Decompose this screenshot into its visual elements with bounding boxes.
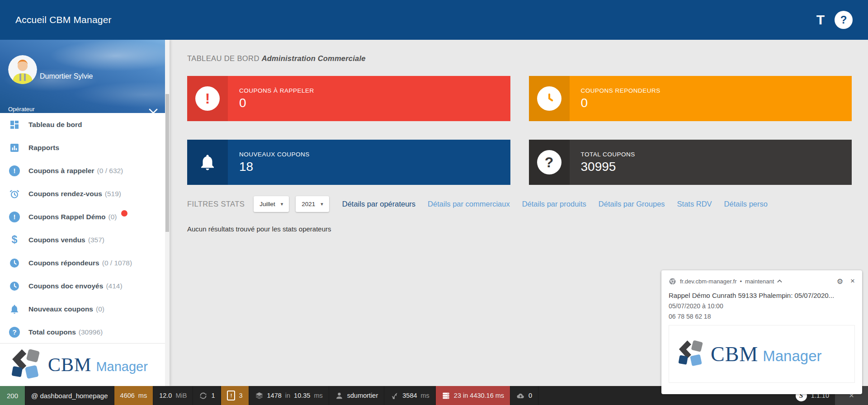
card-nouveaux-coupons[interactable]: NOUVEAUX COUPONS 18 bbox=[187, 140, 510, 185]
card-accent bbox=[529, 140, 570, 185]
sidebar-item-coupons-a-rappeler[interactable]: Coupons à rappeler (0 / 632) bbox=[0, 159, 170, 182]
logo-cbm-text: CBM bbox=[48, 354, 91, 376]
app-screen: Accueil CBM Manager T ? Dumortier Sylvie… bbox=[0, 0, 868, 405]
page-title-prefix: TABLEAU DE BORD bbox=[187, 54, 262, 62]
twig-time: 3584 bbox=[402, 392, 417, 399]
tab-details-produits[interactable]: Détails par produits bbox=[522, 200, 586, 208]
text-tool-icon[interactable]: T bbox=[816, 12, 825, 28]
sidebar-item-rapports[interactable]: Rapports bbox=[0, 136, 170, 159]
card-total-coupons[interactable]: TOTAL COUPONS 30995 bbox=[529, 140, 852, 185]
user-role: Opérateur bbox=[8, 106, 35, 113]
memory-unit: MiB bbox=[175, 392, 187, 399]
memory-segment[interactable]: 12.0 MiB bbox=[153, 386, 193, 405]
twig-segment[interactable]: 3584 ms bbox=[384, 386, 436, 405]
notification-header: fr.dev.cbm-manager.fr • maintenant ⚙ × bbox=[669, 277, 855, 286]
question-icon bbox=[537, 150, 561, 174]
sidebar-item-coupons-repondeurs[interactable]: Coupons répondeurs (0 / 1078) bbox=[0, 251, 170, 274]
sidebar-item-nouveaux-coupons[interactable]: Nouveaux coupons (0) bbox=[0, 297, 170, 320]
http-status-segment[interactable]: 200 bbox=[0, 386, 25, 405]
calls-time: 10.35 bbox=[294, 392, 310, 399]
refresh-icon bbox=[199, 391, 208, 400]
route-segment[interactable]: @ dashboard_homepage bbox=[25, 386, 114, 405]
calls-time-unit: ms bbox=[314, 392, 322, 399]
browser-notification[interactable]: fr.dev.cbm-manager.fr • maintenant ⚙ × R… bbox=[661, 270, 862, 394]
chevron-up-icon[interactable] bbox=[777, 279, 782, 283]
twig-time-unit: ms bbox=[421, 392, 429, 399]
cbm-pinwheel-icon bbox=[8, 348, 42, 382]
card-accent bbox=[529, 76, 570, 121]
sidebar-item-label: Tableau de bord bbox=[28, 121, 82, 129]
logo-manager-text: Manager bbox=[96, 359, 147, 374]
topbar-actions: T ? bbox=[816, 11, 853, 29]
cbm-pinwheel-icon bbox=[675, 339, 705, 369]
gear-icon[interactable]: ⚙ bbox=[837, 277, 843, 286]
card-coupons-repondeurs[interactable]: COUPONS REPONDEURS 0 bbox=[529, 76, 852, 121]
filters-label: FILTRES STATS bbox=[187, 200, 245, 208]
errors-segment[interactable]: 3 bbox=[221, 386, 249, 405]
tab-details-operateurs[interactable]: Détails par opérateurs bbox=[342, 200, 415, 208]
request-time: 4606 bbox=[120, 392, 135, 399]
sidebar-item-coupons-rendez-vous[interactable]: Coupons rendez-vous (519) bbox=[0, 182, 170, 205]
card-value: 0 bbox=[239, 96, 314, 110]
cbm-logo-text: CBM Manager bbox=[48, 354, 148, 376]
sidebar-item-label: Coupons vendus bbox=[28, 236, 85, 244]
tab-stats-rdv[interactable]: Stats RDV bbox=[677, 200, 712, 208]
query-summary: 23 in 4430.16 ms bbox=[454, 392, 504, 399]
sidebar-item-tableau-de-bord[interactable]: Tableau de bord bbox=[0, 113, 170, 136]
cbm-logo-text: CBM Manager bbox=[711, 342, 822, 366]
caret-down-icon: ▾ bbox=[321, 201, 323, 207]
sidebar-item-coupons-vendus[interactable]: Coupons vendus (357) bbox=[0, 228, 170, 251]
sidebar-item-count: (0) bbox=[108, 213, 117, 221]
year-select[interactable]: 2021 ▾ bbox=[296, 196, 329, 212]
sidebar-item-coupons-doc-envoyes[interactable]: Coupons doc envoyés (414) bbox=[0, 274, 170, 297]
card-value: 30995 bbox=[581, 160, 635, 174]
detail-tabs: Détails par opérateurs Détails par comme… bbox=[342, 200, 768, 208]
card-coupons-a-rappeler[interactable]: COUPONS À RAPPELER 0 bbox=[187, 76, 510, 121]
filters-row: FILTRES STATS Juillet ▾ 2021 ▾ Détails p… bbox=[187, 196, 768, 212]
clock-icon bbox=[537, 86, 561, 111]
clock-icon bbox=[9, 258, 20, 268]
notification-time: maintenant bbox=[745, 278, 774, 285]
chevron-down-icon[interactable] bbox=[149, 108, 158, 113]
ajax-segment[interactable]: 1 bbox=[193, 386, 221, 405]
clock-icon bbox=[9, 281, 20, 292]
tab-details-perso[interactable]: Détails perso bbox=[724, 200, 768, 208]
page-title: TABLEAU DE BORD Administration Commercia… bbox=[187, 54, 366, 63]
year-select-value: 2021 bbox=[302, 201, 315, 207]
events-segment[interactable]: 1478 in 10.35 ms bbox=[249, 386, 329, 405]
request-time-unit: ms bbox=[138, 392, 147, 399]
month-select[interactable]: Juillet ▾ bbox=[254, 196, 289, 212]
bell-icon bbox=[9, 304, 20, 315]
sidebar-item-count: (0) bbox=[96, 305, 104, 313]
twig-icon bbox=[390, 391, 399, 400]
tab-details-groupes[interactable]: Détails par Groupes bbox=[599, 200, 665, 208]
upload-count: 0 bbox=[528, 392, 532, 399]
sidebar-scrollbar[interactable] bbox=[165, 40, 170, 386]
tab-details-commerciaux[interactable]: Détails par commerciaux bbox=[428, 200, 510, 208]
notification-image: CBM Manager bbox=[669, 325, 855, 383]
card-label: TOTAL COUPONS bbox=[581, 151, 635, 158]
sidebar-item-count: (30996) bbox=[79, 328, 103, 336]
exclamation-icon bbox=[195, 86, 220, 111]
help-icon[interactable]: ? bbox=[835, 11, 853, 29]
user-name: Dumortier Sylvie bbox=[40, 72, 93, 80]
sidebar-item-label: Total coupons bbox=[28, 328, 76, 336]
user-segment[interactable]: sdumortier bbox=[329, 386, 385, 405]
request-time-segment[interactable]: 4606 ms bbox=[114, 386, 154, 405]
error-count: 3 bbox=[239, 392, 242, 399]
memory-value: 12.0 bbox=[159, 392, 172, 399]
exclamation-circle-icon bbox=[9, 165, 20, 176]
uploads-segment[interactable]: 0 bbox=[510, 386, 538, 405]
scrollbar-thumb[interactable] bbox=[165, 94, 169, 232]
person-icon bbox=[335, 391, 344, 400]
database-segment[interactable]: 23 in 4430.16 ms bbox=[436, 386, 510, 405]
sidebar-item-total-coupons[interactable]: Total coupons (30996) bbox=[0, 320, 170, 344]
stat-cards: COUPONS À RAPPELER 0 COUPONS REPONDEURS … bbox=[187, 76, 852, 185]
close-icon[interactable]: × bbox=[850, 277, 855, 286]
dashboard-icon bbox=[9, 119, 20, 130]
sidebar-item-coupons-rappel-demo[interactable]: Coupons Rappel Démo (0) bbox=[0, 205, 170, 228]
user-panel[interactable]: Dumortier Sylvie Opérateur bbox=[0, 40, 170, 113]
month-select-value: Juillet bbox=[259, 201, 275, 207]
sidebar-item-label: Coupons à rappeler bbox=[28, 167, 94, 175]
cloud-upload-icon bbox=[516, 391, 525, 400]
